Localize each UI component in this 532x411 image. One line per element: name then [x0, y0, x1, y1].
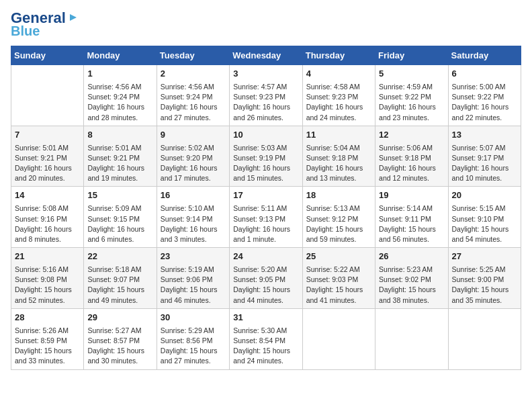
cell-line: Sunrise: 5:00 AM — [452, 83, 506, 91]
cell-line: Sunset: 9:22 PM — [379, 93, 431, 101]
calendar-cell: 5Sunrise: 4:59 AMSunset: 9:22 PMDaylight… — [375, 65, 448, 126]
cell-line: Sunset: 9:19 PM — [233, 154, 285, 162]
cell-line: Daylight: 16 hours — [306, 164, 363, 172]
cell-line: Daylight: 16 hours — [161, 225, 218, 233]
svg-marker-0 — [70, 14, 77, 21]
cell-line: Sunset: 9:11 PM — [379, 215, 431, 223]
cell-line: Sunrise: 5:15 AM — [452, 204, 506, 212]
day-number: 18 — [306, 189, 371, 202]
calendar-cell: 6Sunrise: 5:00 AMSunset: 9:22 PMDaylight… — [448, 65, 521, 126]
cell-line: and 52 minutes. — [15, 296, 65, 304]
day-header-friday: Friday — [375, 46, 448, 65]
cell-line: Sunrise: 5:10 AM — [161, 204, 214, 212]
cell-line: and 26 minutes. — [233, 113, 283, 122]
calendar-cell: 16Sunrise: 5:10 AMSunset: 9:14 PMDayligh… — [157, 187, 229, 248]
cell-line: Daylight: 16 hours — [15, 225, 72, 233]
day-number: 6 — [452, 68, 517, 81]
calendar-cell: 21Sunrise: 5:16 AMSunset: 9:08 PMDayligh… — [11, 248, 84, 309]
day-number: 11 — [306, 129, 371, 142]
day-number: 24 — [233, 250, 298, 263]
calendar-cell: 13Sunrise: 5:07 AMSunset: 9:17 PMDayligh… — [448, 126, 521, 187]
cell-line: and 6 minutes. — [87, 235, 134, 243]
cell-line: and 17 minutes. — [161, 174, 211, 182]
day-number: 20 — [452, 189, 517, 202]
cell-line: and 22 minutes. — [452, 113, 502, 122]
cell-line: Daylight: 15 hours — [306, 285, 363, 293]
cell-line: Sunset: 9:16 PM — [15, 215, 67, 223]
cell-line: Sunset: 8:59 PM — [15, 336, 67, 345]
calendar-cell: 10Sunrise: 5:03 AMSunset: 9:19 PMDayligh… — [230, 126, 302, 187]
cell-line: Sunrise: 5:11 AM — [233, 204, 287, 212]
cell-line: and 24 minutes. — [306, 113, 357, 122]
cell-line: Sunrise: 4:59 AM — [379, 83, 433, 91]
day-number: 22 — [87, 250, 152, 263]
calendar-cell: 7Sunrise: 5:01 AMSunset: 9:21 PMDaylight… — [11, 126, 84, 187]
cell-line: Sunset: 9:23 PM — [233, 93, 285, 101]
cell-line: Sunrise: 5:18 AM — [87, 265, 141, 273]
cell-line: and 33 minutes. — [15, 357, 65, 365]
cell-line: Sunset: 9:12 PM — [306, 215, 359, 223]
cell-line: and 49 minutes. — [87, 296, 138, 304]
cell-line: Sunrise: 5:04 AM — [306, 144, 360, 152]
header: General Blue — [11, 11, 521, 38]
day-number: 15 — [87, 189, 152, 202]
day-number: 1 — [87, 68, 152, 81]
cell-line: Daylight: 15 hours — [379, 225, 436, 233]
cell-line: and 15 minutes. — [233, 174, 283, 182]
cell-line: Daylight: 15 hours — [15, 285, 72, 293]
calendar-cell: 3Sunrise: 4:57 AMSunset: 9:23 PMDaylight… — [230, 65, 302, 126]
week-row-2: 7Sunrise: 5:01 AMSunset: 9:21 PMDaylight… — [11, 126, 521, 187]
cell-line: Daylight: 16 hours — [87, 164, 144, 172]
week-row-5: 28Sunrise: 5:26 AMSunset: 8:59 PMDayligh… — [11, 308, 521, 369]
cell-line: Sunset: 9:22 PM — [452, 93, 504, 101]
calendar-cell — [375, 308, 448, 369]
cell-line: Daylight: 16 hours — [379, 103, 436, 111]
calendar-cell: 11Sunrise: 5:04 AMSunset: 9:18 PMDayligh… — [302, 126, 375, 187]
cell-line: and 10 minutes. — [452, 174, 502, 182]
cell-line: Daylight: 16 hours — [87, 103, 144, 111]
cell-line: Daylight: 15 hours — [87, 347, 144, 355]
days-header-row: SundayMondayTuesdayWednesdayThursdayFrid… — [11, 46, 521, 65]
calendar-cell — [302, 308, 375, 369]
calendar-table: SundayMondayTuesdayWednesdayThursdayFrid… — [11, 46, 521, 370]
cell-line: Sunrise: 5:16 AM — [15, 265, 69, 273]
cell-line: Sunrise: 5:20 AM — [233, 265, 287, 273]
cell-line: Sunrise: 4:57 AM — [233, 83, 287, 91]
calendar-cell: 9Sunrise: 5:02 AMSunset: 9:20 PMDaylight… — [157, 126, 229, 187]
cell-line: Sunrise: 5:06 AM — [379, 144, 433, 152]
day-number: 7 — [15, 129, 80, 142]
cell-line: Sunset: 9:03 PM — [306, 275, 359, 283]
cell-line: Daylight: 15 hours — [233, 285, 290, 293]
day-number: 23 — [161, 250, 226, 263]
cell-line: Sunset: 8:57 PM — [87, 336, 140, 345]
day-header-sunday: Sunday — [11, 46, 84, 65]
day-number: 26 — [379, 250, 444, 263]
cell-line: Daylight: 15 hours — [452, 225, 509, 233]
calendar-cell: 18Sunrise: 5:13 AMSunset: 9:12 PMDayligh… — [302, 187, 375, 248]
day-number: 5 — [379, 68, 444, 81]
calendar-cell: 23Sunrise: 5:19 AMSunset: 9:06 PMDayligh… — [157, 248, 229, 309]
calendar-cell: 30Sunrise: 5:29 AMSunset: 8:56 PMDayligh… — [157, 308, 229, 369]
cell-line: and 28 minutes. — [87, 113, 138, 122]
cell-line: and 41 minutes. — [306, 296, 357, 304]
cell-line: Sunset: 9:14 PM — [161, 215, 213, 223]
day-header-tuesday: Tuesday — [157, 46, 229, 65]
cell-line: Sunrise: 5:03 AM — [233, 144, 287, 152]
calendar-cell: 24Sunrise: 5:20 AMSunset: 9:05 PMDayligh… — [230, 248, 302, 309]
cell-line: Sunset: 8:54 PM — [233, 336, 285, 345]
cell-line: Sunrise: 5:23 AM — [379, 265, 433, 273]
cell-line: and 54 minutes. — [452, 235, 502, 243]
cell-line: Sunrise: 5:09 AM — [87, 204, 141, 212]
cell-line: Sunset: 9:00 PM — [452, 275, 504, 283]
logo-blue: Blue — [11, 24, 79, 38]
cell-line: Sunrise: 4:56 AM — [161, 83, 214, 91]
cell-line: Sunset: 8:56 PM — [161, 336, 213, 345]
cell-line: and 30 minutes. — [87, 357, 138, 365]
cell-line: Sunrise: 5:14 AM — [379, 204, 433, 212]
cell-line: Sunset: 9:17 PM — [452, 154, 504, 162]
cell-line: Sunset: 9:13 PM — [233, 215, 285, 223]
cell-line: Daylight: 16 hours — [233, 103, 290, 111]
cell-line: and 19 minutes. — [87, 174, 138, 182]
cell-line: Sunrise: 4:58 AM — [306, 83, 360, 91]
calendar-cell: 17Sunrise: 5:11 AMSunset: 9:13 PMDayligh… — [230, 187, 302, 248]
